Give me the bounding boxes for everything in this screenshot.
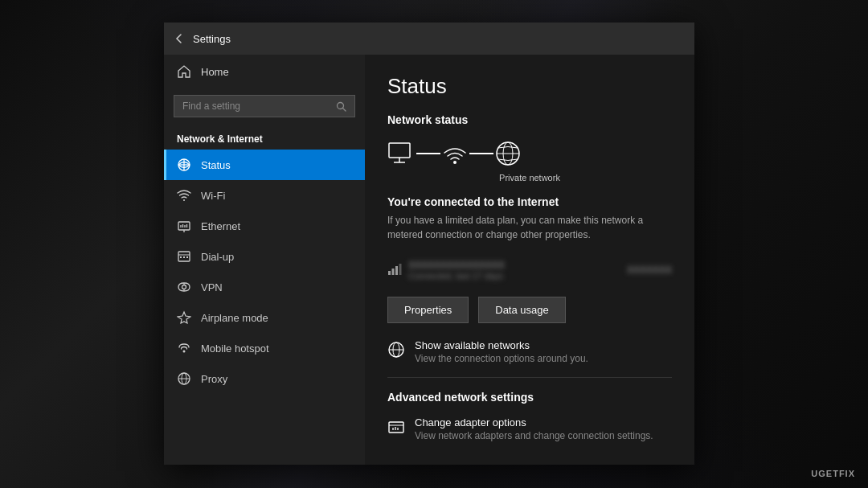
svg-rect-15 bbox=[183, 256, 185, 258]
globe-icon bbox=[493, 139, 522, 168]
net-line-1 bbox=[416, 153, 440, 154]
content-area: Home Network & Internet bbox=[164, 55, 694, 465]
section-divider bbox=[387, 377, 672, 378]
sidebar-item-status[interactable]: Status bbox=[164, 150, 365, 180]
search-box[interactable] bbox=[174, 95, 355, 117]
properties-button[interactable]: Properties bbox=[387, 297, 469, 323]
svg-rect-24 bbox=[389, 143, 410, 158]
vpn-icon bbox=[177, 280, 191, 294]
hotspot-icon bbox=[177, 341, 191, 355]
ethernet-icon bbox=[177, 219, 191, 233]
network-name-area: XXXXXXXXXXXXXXX Connected, last 17 days bbox=[387, 260, 505, 281]
sidebar-item-airplane[interactable]: Airplane mode bbox=[164, 302, 365, 333]
svg-line-1 bbox=[343, 108, 346, 111]
sidebar-section-label: Network & Internet bbox=[164, 124, 365, 150]
svg-rect-34 bbox=[399, 264, 402, 275]
svg-rect-32 bbox=[392, 269, 395, 275]
svg-rect-38 bbox=[389, 422, 403, 433]
svg-rect-6 bbox=[178, 222, 190, 230]
svg-point-5 bbox=[183, 199, 185, 201]
data-usage-button[interactable]: Data usage bbox=[478, 297, 566, 323]
airplane-icon bbox=[177, 310, 191, 325]
watermark: UGETFIX bbox=[811, 469, 855, 478]
proxy-icon bbox=[177, 371, 191, 386]
router-icon bbox=[440, 141, 469, 166]
svg-rect-16 bbox=[186, 256, 188, 258]
show-networks-text: Show available networks View the connect… bbox=[415, 339, 588, 364]
network-diagram bbox=[387, 139, 672, 168]
svg-point-27 bbox=[453, 161, 457, 164]
btn-row: Properties Data usage bbox=[387, 297, 672, 323]
network-signal-icon bbox=[387, 261, 402, 279]
change-adapter-title: Change adapter options bbox=[415, 416, 653, 429]
net-line-2 bbox=[469, 153, 493, 154]
home-icon bbox=[177, 64, 191, 79]
sidebar-item-wifi[interactable]: Wi-Fi bbox=[164, 180, 365, 211]
sidebar-item-vpn[interactable]: VPN bbox=[164, 272, 365, 302]
pc-icon bbox=[387, 141, 416, 166]
back-button[interactable] bbox=[174, 33, 185, 44]
show-networks-row[interactable]: Show available networks View the connect… bbox=[387, 339, 672, 364]
search-icon bbox=[336, 101, 346, 112]
show-networks-title: Show available networks bbox=[415, 339, 588, 351]
network-ip: XXXXXXX bbox=[627, 265, 672, 276]
connected-title: You're connected to the Internet bbox=[387, 195, 672, 208]
sidebar-item-ethernet[interactable]: Ethernet bbox=[164, 211, 365, 241]
svg-rect-31 bbox=[388, 271, 391, 275]
svg-point-20 bbox=[183, 351, 186, 353]
change-adapter-icon bbox=[387, 418, 405, 440]
change-adapter-text: Change adapter options View network adap… bbox=[415, 416, 653, 441]
page-title: Status bbox=[387, 74, 672, 99]
sidebar: Home Network & Internet bbox=[164, 55, 365, 465]
window-title: Settings bbox=[193, 33, 231, 45]
show-networks-icon bbox=[387, 341, 405, 363]
network-info-row: XXXXXXXXXXXXXXX Connected, last 17 days … bbox=[387, 253, 672, 287]
show-networks-desc: View the connection options around you. bbox=[415, 353, 588, 364]
advanced-section-title: Advanced network settings bbox=[387, 391, 672, 404]
connected-desc: If you have a limited data plan, you can… bbox=[387, 213, 672, 242]
network-sub: Connected, last 17 days bbox=[408, 271, 505, 281]
sidebar-item-hotspot[interactable]: Mobile hotspot bbox=[164, 333, 365, 363]
change-adapter-row[interactable]: Change adapter options View network adap… bbox=[387, 416, 672, 441]
dialup-icon bbox=[177, 249, 191, 264]
network-status-label: Network status bbox=[387, 113, 672, 126]
svg-rect-14 bbox=[180, 256, 182, 258]
wifi-icon bbox=[177, 188, 191, 203]
title-bar: Settings bbox=[164, 23, 694, 55]
search-input[interactable] bbox=[182, 100, 330, 112]
network-name: XXXXXXXXXXXXXXX bbox=[408, 260, 505, 271]
sidebar-item-proxy[interactable]: Proxy bbox=[164, 363, 365, 394]
status-icon bbox=[177, 158, 191, 172]
svg-point-17 bbox=[182, 285, 186, 289]
change-adapter-desc: View network adapters and change connect… bbox=[415, 430, 653, 441]
svg-rect-33 bbox=[395, 266, 398, 275]
sidebar-item-dialup[interactable]: Dial-up bbox=[164, 241, 365, 272]
settings-window: Settings Home bbox=[164, 23, 694, 465]
main-content: Status Network status bbox=[365, 55, 694, 465]
network-diagram-label: Private network bbox=[387, 173, 672, 182]
sidebar-item-home[interactable]: Home bbox=[164, 55, 365, 88]
